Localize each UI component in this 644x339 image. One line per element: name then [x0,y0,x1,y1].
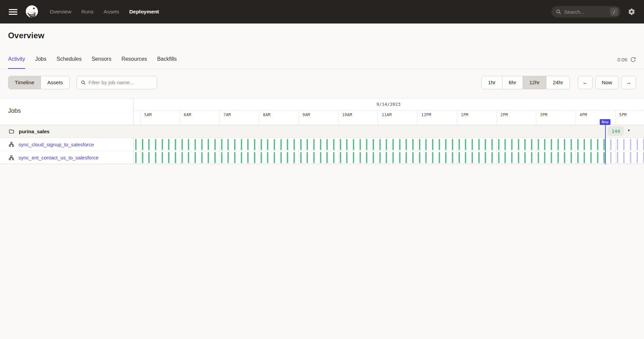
run-tick-success[interactable] [168,152,169,163]
run-tick-success[interactable] [142,139,143,150]
run-tick-success[interactable] [518,152,519,163]
run-tick-scheduled[interactable] [623,139,625,150]
run-tick-success[interactable] [445,139,446,150]
run-tick-scheduled[interactable] [610,139,611,150]
run-tick-success[interactable] [379,152,381,163]
prev-window-button[interactable]: ← [578,76,593,89]
run-tick-success[interactable] [597,152,598,163]
run-tick-scheduled[interactable] [617,152,618,163]
run-tick-success[interactable] [254,139,255,150]
run-tick-success[interactable] [267,139,268,150]
run-tick-success[interactable] [300,139,302,150]
run-tick-success[interactable] [472,152,473,163]
run-tick-success[interactable] [280,139,282,150]
run-tick-success[interactable] [531,139,532,150]
tab-resources[interactable]: Resources [121,56,147,69]
run-tick-success[interactable] [538,152,539,163]
run-tick-success[interactable] [544,139,545,150]
refresh-icon[interactable] [630,57,636,62]
run-tick-success[interactable] [439,139,440,150]
run-tick-success[interactable] [425,152,427,163]
run-tick-success[interactable] [518,139,519,150]
now-button[interactable]: Now [595,76,619,89]
run-tick-success[interactable] [452,139,453,150]
run-tick-success[interactable] [333,139,334,150]
next-window-button[interactable]: → [621,76,636,89]
run-tick-success[interactable] [340,139,341,150]
job-filter-input[interactable] [89,80,153,86]
run-tick-success[interactable] [241,152,242,163]
run-tick-success[interactable] [234,152,235,163]
run-tick-success[interactable] [340,152,341,163]
run-tick-success[interactable] [195,152,196,163]
tab-jobs[interactable]: Jobs [35,56,47,69]
tab-schedules[interactable]: Schedules [56,56,82,69]
run-count-badge[interactable]: 144 [608,126,624,136]
run-tick-scheduled[interactable] [630,152,631,163]
run-tick-success[interactable] [326,139,328,150]
run-tick-success[interactable] [261,152,262,163]
nav-item-runs[interactable]: Runs [82,9,94,15]
run-tick-success[interactable] [168,139,169,150]
run-tick-scheduled[interactable] [610,152,611,163]
run-tick-success[interactable] [392,139,394,150]
run-tick-success[interactable] [439,152,440,163]
run-tick-success[interactable] [577,139,579,150]
run-tick-scheduled[interactable] [617,139,618,150]
run-tick-success[interactable] [293,139,295,150]
run-tick-success[interactable] [241,139,242,150]
range-12hr[interactable]: 12hr [523,76,546,89]
run-tick-success[interactable] [584,139,585,150]
run-tick-success[interactable] [478,152,480,163]
run-tick-success[interactable] [504,139,506,150]
run-tick-success[interactable] [498,139,499,150]
run-tick-success[interactable] [353,152,354,163]
settings-gear-icon[interactable] [628,8,635,15]
tab-activity[interactable]: Activity [8,56,25,69]
nav-item-deployment[interactable]: Deployment [129,9,159,15]
run-tick-success[interactable] [274,152,275,163]
run-tick-success[interactable] [313,152,315,163]
run-tick-success[interactable] [280,152,282,163]
view-toggle-assets[interactable]: Assets [41,76,69,89]
run-tick-success[interactable] [386,152,387,163]
run-tick-success[interactable] [557,152,559,163]
job-name-link[interactable]: sync_ent_contact_us_to_salesforce [18,155,98,160]
run-tick-success[interactable] [326,152,328,163]
run-tick-success[interactable] [300,152,302,163]
hamburger-menu-icon[interactable] [9,9,17,15]
run-tick-success[interactable] [485,139,486,150]
run-tick-success[interactable] [524,152,526,163]
run-tick-success[interactable] [155,152,156,163]
run-tick-success[interactable] [208,139,209,150]
run-tick-success[interactable] [274,139,275,150]
run-tick-success[interactable] [201,152,203,163]
run-tick-success[interactable] [221,139,222,150]
run-tick-success[interactable] [135,152,137,163]
global-search-input[interactable]: Search... / [551,6,621,17]
run-tick-success[interactable] [432,139,433,150]
run-tick-success[interactable] [181,152,183,163]
run-tick-success[interactable] [511,139,513,150]
run-tick-success[interactable] [491,139,493,150]
run-tick-success[interactable] [399,139,400,150]
run-tick-success[interactable] [399,152,400,163]
run-tick-success[interactable] [379,139,381,150]
run-tick-success[interactable] [267,152,268,163]
run-tick-success[interactable] [392,152,394,163]
run-tick-success[interactable] [346,139,347,150]
run-tick-success[interactable] [577,152,579,163]
run-tick-success[interactable] [346,152,347,163]
run-tick-success[interactable] [412,139,414,150]
run-tick-success[interactable] [135,139,137,150]
run-tick-success[interactable] [227,139,229,150]
run-tick-success[interactable] [406,139,407,150]
caret-down-icon[interactable]: ▾ [628,128,630,133]
run-tick-success[interactable] [491,152,493,163]
run-tick-success[interactable] [571,152,572,163]
run-tick-success[interactable] [538,139,539,150]
run-tick-success[interactable] [333,152,334,163]
run-tick-success[interactable] [360,139,361,150]
run-tick-success[interactable] [432,152,433,163]
run-tick-success[interactable] [465,139,466,150]
